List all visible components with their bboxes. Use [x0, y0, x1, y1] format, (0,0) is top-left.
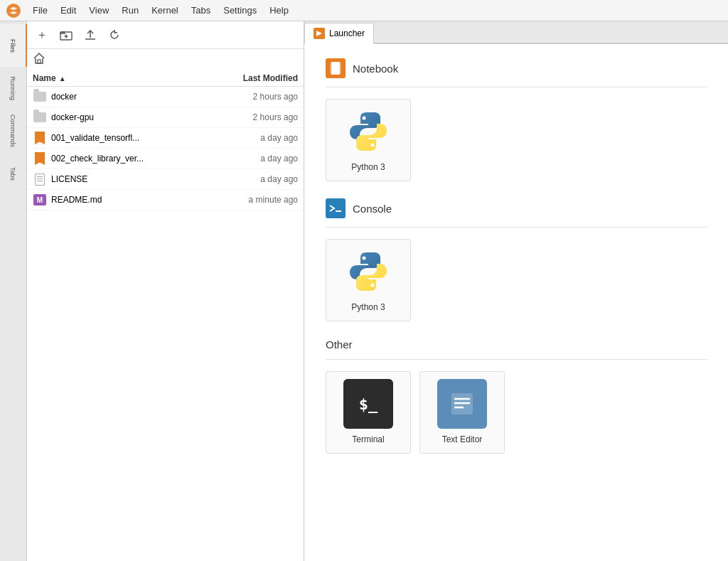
svg-point-11 — [363, 257, 366, 260]
svg-point-0 — [6, 4, 21, 18]
tab-launcher[interactable]: Launcher — [304, 23, 374, 44]
menu-tabs[interactable]: Tabs — [186, 4, 216, 17]
markdown-icon: M — [33, 193, 47, 207]
home-icon — [33, 52, 46, 65]
file-name: docker-gpu — [51, 112, 227, 122]
menu-edit[interactable]: Edit — [55, 4, 82, 17]
sidebar-item-running[interactable]: Running — [0, 67, 27, 109]
file-name: 001_validate_tensorfl... — [51, 133, 227, 143]
file-browser-panel: ＋ — [27, 21, 304, 561]
home-button[interactable] — [33, 52, 46, 68]
refresh-icon — [109, 29, 120, 41]
menu-file[interactable]: File — [27, 4, 53, 17]
python-console-icon — [343, 247, 393, 296]
notebook-divider — [326, 87, 707, 87]
launcher-tab-icon — [314, 28, 325, 39]
file-home-row — [27, 49, 304, 70]
console-section-title: Console — [326, 198, 707, 218]
svg-rect-9 — [328, 203, 343, 214]
other-section-title: Other — [326, 338, 707, 351]
right-panel: Launcher Notebook — [304, 21, 728, 561]
notebook-icon — [33, 131, 47, 145]
console-divider — [326, 227, 707, 228]
menu-kernel[interactable]: Kernel — [146, 4, 184, 17]
launcher-content: Notebook — [304, 44, 728, 561]
file-toolbar: ＋ — [27, 21, 304, 49]
file-modified: 2 hours ago — [227, 112, 298, 122]
console-python3-card[interactable]: Python 3 — [326, 239, 411, 321]
text-file-icon — [33, 172, 47, 186]
list-item[interactable]: 002_check_library_ver... a day ago — [27, 149, 304, 169]
notebook-section-icon — [326, 58, 346, 78]
console-cards: Python 3 — [326, 239, 707, 321]
file-name: docker — [51, 92, 227, 102]
python-icon — [343, 107, 393, 156]
list-item[interactable]: M README.md a minute ago — [27, 190, 304, 210]
file-modified: a day ago — [227, 174, 298, 184]
list-item[interactable]: docker-gpu 2 hours ago — [27, 107, 304, 128]
terminal-label: Terminal — [352, 434, 384, 444]
menu-run[interactable]: Run — [116, 4, 144, 17]
console-section-icon — [326, 198, 346, 218]
tab-launcher-label: Launcher — [329, 28, 365, 38]
col-header-modified[interactable]: Last Modified — [213, 73, 298, 83]
notebook-section-title: Notebook — [326, 58, 707, 78]
file-modified: a day ago — [227, 154, 298, 164]
col-header-name[interactable]: Name ▲ — [33, 73, 213, 83]
file-modified: 2 hours ago — [227, 92, 298, 102]
file-modified: a day ago — [227, 133, 298, 143]
text-editor-card[interactable]: Text Editor — [419, 371, 505, 454]
file-modified: a minute ago — [227, 195, 298, 205]
notebook-icon — [33, 151, 47, 166]
tab-bar: Launcher — [304, 21, 728, 44]
terminal-icon: $_ — [343, 379, 393, 429]
folder-icon — [33, 90, 47, 104]
file-name: LICENSE — [51, 174, 227, 184]
new-folder-icon — [60, 28, 73, 41]
other-cards: $_ Terminal — [326, 371, 707, 454]
sidebar-item-commands[interactable]: Commands — [0, 109, 27, 152]
file-name: 002_check_library_ver... — [51, 154, 227, 164]
upload-icon — [84, 28, 97, 41]
refresh-button[interactable] — [105, 26, 124, 44]
notebook-python3-label: Python 3 — [351, 162, 385, 172]
sidebar-item-files[interactable]: Files — [0, 24, 27, 67]
notebook-cards: Python 3 — [326, 99, 707, 181]
activity-bar: Files Running Commands Tabs — [0, 21, 27, 561]
other-divider — [326, 359, 707, 360]
console-python3-label: Python 3 — [351, 302, 385, 312]
app-logo — [6, 3, 21, 18]
menu-help[interactable]: Help — [264, 4, 294, 17]
file-list: docker 2 hours ago docker-gpu 2 hours ag… — [27, 87, 304, 561]
text-editor-label: Text Editor — [442, 434, 483, 444]
sidebar-item-tabs[interactable]: Tabs — [0, 152, 27, 195]
notebook-python3-card[interactable]: Python 3 — [326, 99, 411, 181]
list-item[interactable]: LICENSE a day ago — [27, 169, 304, 190]
menu-settings[interactable]: Settings — [218, 4, 262, 17]
file-name: README.md — [51, 195, 227, 205]
folder-icon — [33, 110, 47, 124]
new-folder-button[interactable] — [57, 26, 75, 44]
menu-view[interactable]: View — [83, 4, 114, 17]
list-item[interactable]: docker 2 hours ago — [27, 87, 304, 107]
list-item[interactable]: 001_validate_tensorfl... a day ago — [27, 128, 304, 149]
svg-point-12 — [371, 284, 375, 287]
svg-point-7 — [363, 117, 366, 120]
new-file-button[interactable]: ＋ — [33, 26, 51, 44]
svg-point-8 — [371, 144, 375, 147]
menubar: File Edit View Run Kernel Tabs Settings … — [0, 0, 728, 21]
text-editor-icon — [437, 379, 487, 429]
terminal-card[interactable]: $_ Terminal — [326, 371, 411, 454]
file-list-header: Name ▲ Last Modified — [27, 70, 304, 87]
main-layout: Files Running Commands Tabs ＋ — [0, 21, 728, 561]
upload-button[interactable] — [81, 26, 100, 44]
